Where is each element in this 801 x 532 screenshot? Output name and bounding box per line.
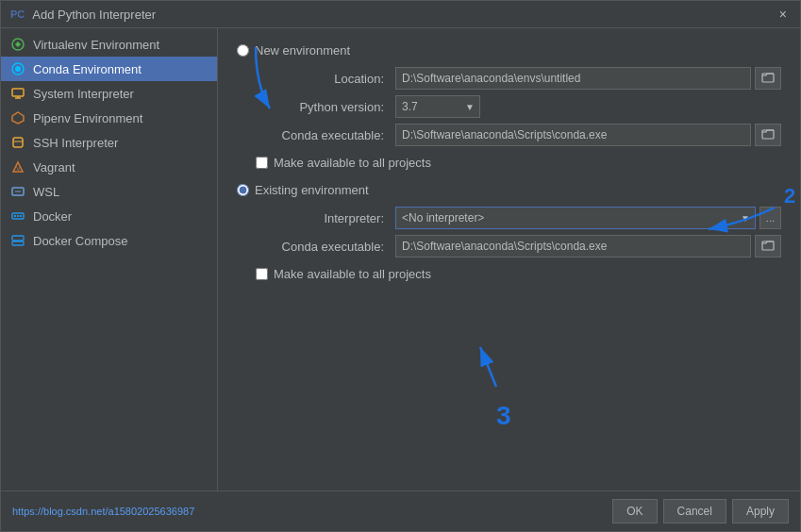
docker-icon bbox=[10, 208, 25, 224]
content-area: Virtualenv Environment Conda Environment… bbox=[1, 28, 800, 490]
docker-compose-icon bbox=[10, 233, 25, 248]
sidebar-item-pipenv[interactable]: Pipenv Environment bbox=[1, 106, 217, 130]
location-browse-button[interactable] bbox=[755, 67, 781, 90]
svg-text:V: V bbox=[16, 165, 21, 172]
virtualenv-icon bbox=[10, 37, 25, 52]
apply-button[interactable]: Apply bbox=[732, 499, 789, 524]
svg-rect-21 bbox=[762, 241, 774, 250]
title-bar-text: Add Python Interpreter bbox=[32, 8, 156, 22]
conda-exec-new-label: Conda executable: bbox=[256, 128, 388, 142]
new-environment-radio-row: New environment bbox=[237, 43, 781, 58]
sidebar-item-wsl-label: WSL bbox=[33, 185, 59, 199]
location-input[interactable] bbox=[395, 67, 751, 90]
python-version-value: 3.7 bbox=[396, 100, 460, 113]
sidebar-item-conda-label: Conda Environment bbox=[33, 62, 142, 76]
cancel-button[interactable]: Cancel bbox=[663, 499, 726, 524]
sidebar-item-docker-compose[interactable]: Docker Compose bbox=[1, 228, 217, 253]
sidebar-item-ssh[interactable]: SSH Interpreter bbox=[1, 130, 217, 155]
interpreter-more-button[interactable]: ... bbox=[759, 207, 781, 229]
system-icon bbox=[10, 86, 25, 101]
svg-rect-16 bbox=[20, 215, 22, 217]
existing-environment-radio[interactable] bbox=[237, 184, 249, 196]
svg-point-2 bbox=[15, 66, 21, 72]
existing-env-make-available-label[interactable]: Make available to all projects bbox=[274, 267, 431, 281]
svg-rect-18 bbox=[12, 241, 24, 245]
location-label: Location: bbox=[256, 72, 388, 86]
new-env-make-available-label[interactable]: Make available to all projects bbox=[274, 156, 431, 170]
sidebar-item-vagrant-label: Vagrant bbox=[33, 160, 75, 175]
svg-text:3: 3 bbox=[496, 401, 511, 430]
pipenv-icon bbox=[10, 110, 25, 125]
python-version-dropdown[interactable]: 3.7 ▼ bbox=[395, 95, 480, 118]
main-panel: New environment Location: Python version… bbox=[218, 28, 800, 490]
conda-exec-existing-field-row bbox=[395, 235, 781, 258]
sidebar-item-system[interactable]: System Interpreter bbox=[1, 81, 217, 106]
footer-link[interactable]: https://blog.csdn.net/a15802025636987 bbox=[12, 506, 194, 517]
interpreter-field-row: <No interpreter> ▼ ... bbox=[395, 207, 781, 229]
svg-rect-17 bbox=[12, 236, 24, 241]
python-version-label: Python version: bbox=[256, 100, 388, 114]
close-button[interactable]: × bbox=[776, 7, 791, 22]
title-bar-icon: PC bbox=[10, 8, 25, 20]
existing-env-form: Interpreter: <No interpreter> ▼ ... Cond… bbox=[237, 207, 781, 258]
sidebar-item-docker-label: Docker bbox=[33, 209, 72, 224]
existing-environment-label[interactable]: Existing environment bbox=[255, 183, 369, 197]
svg-rect-7 bbox=[13, 138, 23, 147]
existing-environment-radio-row: Existing environment bbox=[237, 183, 781, 197]
sidebar-item-pipenv-label: Pipenv Environment bbox=[33, 111, 142, 125]
new-environment-radio[interactable] bbox=[237, 44, 249, 57]
python-version-field-row: 3.7 ▼ bbox=[395, 95, 781, 118]
existing-environment-group: Existing environment Interpreter: <No in… bbox=[237, 183, 781, 281]
svg-text:2: 2 bbox=[784, 184, 795, 208]
title-bar-left: PC Add Python Interpreter bbox=[10, 8, 156, 22]
conda-exec-existing-label: Conda executable: bbox=[256, 240, 388, 254]
ok-button[interactable]: OK bbox=[612, 499, 657, 524]
svg-rect-20 bbox=[762, 130, 774, 139]
new-env-form: Location: Python version: 3.7 ▼ bbox=[237, 67, 781, 146]
new-env-make-available-checkbox[interactable] bbox=[256, 157, 268, 169]
svg-rect-19 bbox=[762, 74, 774, 82]
conda-exec-existing-input[interactable] bbox=[395, 235, 751, 258]
vagrant-icon: V bbox=[10, 159, 25, 175]
conda-icon bbox=[10, 61, 25, 76]
svg-rect-15 bbox=[17, 215, 19, 217]
ssh-icon bbox=[10, 135, 25, 150]
conda-exec-existing-browse-button[interactable] bbox=[755, 235, 781, 258]
sidebar-item-wsl[interactable]: WSL bbox=[1, 179, 217, 204]
sidebar-item-virtualenv-label: Virtualenv Environment bbox=[33, 38, 159, 52]
conda-exec-new-browse-button[interactable] bbox=[755, 124, 781, 146]
svg-marker-6 bbox=[12, 112, 24, 124]
conda-exec-new-field-row bbox=[395, 124, 781, 146]
interpreter-value: <No interpreter> bbox=[396, 211, 736, 224]
interpreter-label: Interpreter: bbox=[256, 211, 388, 225]
sidebar-item-vagrant[interactable]: V Vagrant bbox=[1, 155, 217, 179]
sidebar-item-system-label: System Interpreter bbox=[33, 87, 134, 101]
python-version-arrow-icon: ▼ bbox=[460, 102, 479, 112]
location-field-row bbox=[395, 67, 781, 90]
add-python-interpreter-dialog: PC Add Python Interpreter × Virtualenv E… bbox=[0, 0, 801, 532]
new-environment-label[interactable]: New environment bbox=[255, 43, 350, 58]
sidebar-item-virtualenv[interactable]: Virtualenv Environment bbox=[1, 32, 217, 57]
svg-rect-3 bbox=[12, 89, 24, 96]
existing-env-make-available-row: Make available to all projects bbox=[237, 267, 781, 281]
sidebar-item-docker-compose-label: Docker Compose bbox=[33, 234, 127, 248]
sidebar-item-conda[interactable]: Conda Environment bbox=[1, 57, 217, 81]
sidebar: Virtualenv Environment Conda Environment… bbox=[1, 28, 218, 490]
interpreter-dropdown-arrow-icon: ▼ bbox=[736, 213, 755, 224]
sidebar-item-ssh-label: SSH Interpreter bbox=[33, 136, 118, 150]
new-environment-group: New environment Location: Python version… bbox=[237, 43, 781, 170]
interpreter-dropdown[interactable]: <No interpreter> ▼ bbox=[395, 207, 756, 229]
new-env-make-available-row: Make available to all projects bbox=[237, 156, 781, 170]
footer: https://blog.csdn.net/a15802025636987 OK… bbox=[1, 490, 800, 531]
svg-rect-14 bbox=[14, 215, 16, 217]
title-bar: PC Add Python Interpreter × bbox=[1, 1, 800, 28]
sidebar-item-docker[interactable]: Docker bbox=[1, 204, 217, 228]
existing-env-make-available-checkbox[interactable] bbox=[256, 268, 268, 280]
conda-exec-new-input[interactable] bbox=[395, 124, 751, 146]
wsl-icon bbox=[10, 184, 25, 199]
